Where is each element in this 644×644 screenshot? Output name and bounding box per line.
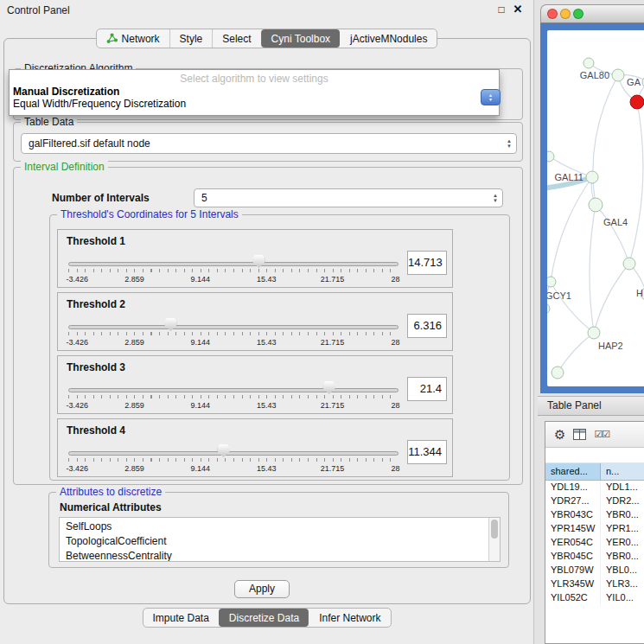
gear-icon[interactable]: ⚙ bbox=[554, 428, 565, 441]
algorithm-option-manual-discretization[interactable]: Manual Discretization bbox=[10, 86, 499, 98]
slider-track[interactable] bbox=[68, 262, 399, 266]
scale-label: 9.144 bbox=[191, 464, 211, 473]
numerical-attributes-label: Numerical Attributes bbox=[60, 501, 162, 513]
threshold-value-field[interactable]: 14.713 bbox=[407, 251, 447, 275]
apply-button[interactable]: Apply bbox=[234, 580, 290, 598]
scrollbar-thumb[interactable] bbox=[491, 520, 498, 539]
tab-impute-data[interactable]: Impute Data bbox=[143, 609, 218, 627]
table-row[interactable]: YBR043CYBR0... bbox=[545, 508, 644, 522]
scale-label: 28 bbox=[391, 401, 399, 410]
threshold-value-field[interactable]: 11.344 bbox=[407, 440, 447, 464]
network-node[interactable] bbox=[547, 151, 554, 162]
attribute-item-betweennesscentrality[interactable]: BetweennessCentrality bbox=[60, 549, 488, 562]
table-cell: YBL079W bbox=[545, 564, 601, 577]
table-row[interactable]: YBR045CYBR0... bbox=[545, 550, 644, 564]
network-edge[interactable] bbox=[629, 102, 643, 264]
tab-network[interactable]: Network bbox=[97, 29, 169, 48]
network-view-window: GAL80GAGAL11GAL4GCY1HHAP2 bbox=[540, 4, 644, 393]
tab-jactivemnodules[interactable]: jActiveMNodules bbox=[340, 29, 437, 48]
threshold-row: Threshold 3 -3.4262.8599.14415.4321.7152… bbox=[57, 355, 453, 414]
column-header-0[interactable]: shared... bbox=[545, 463, 601, 481]
algorithm-dropdown-popup: Select algorithm to view settings Manual… bbox=[9, 69, 500, 116]
scale-label: 21.715 bbox=[321, 464, 345, 473]
network-node[interactable] bbox=[547, 303, 550, 314]
threshold-label: Threshold 4 bbox=[67, 424, 125, 437]
tab-select[interactable]: Select bbox=[212, 29, 260, 48]
network-node-gal4[interactable] bbox=[589, 198, 603, 212]
network-node-selected[interactable] bbox=[630, 95, 644, 109]
algorithm-combo-button[interactable]: ▲ ▼ bbox=[481, 89, 501, 105]
row-selection-icon[interactable]: ☑☑ bbox=[594, 429, 609, 440]
table-panel-titlebar[interactable]: Table Panel bbox=[538, 396, 644, 416]
float-window-button[interactable]: □ bbox=[494, 3, 508, 17]
close-traffic-light[interactable] bbox=[547, 9, 558, 19]
network-node-gal11[interactable] bbox=[586, 171, 598, 183]
threshold-label: Threshold 2 bbox=[67, 298, 125, 310]
threshold-value-field[interactable]: 21.4 bbox=[407, 377, 447, 401]
network-node-hap2[interactable] bbox=[588, 327, 600, 339]
table-row[interactable]: YLR345WYLR3... bbox=[545, 577, 644, 591]
slider-track[interactable] bbox=[68, 451, 399, 456]
node-label: H bbox=[636, 288, 643, 298]
table-row[interactable]: YDR27...YDR2... bbox=[545, 494, 644, 508]
network-node[interactable] bbox=[583, 58, 594, 68]
close-window-button[interactable]: ✕ bbox=[511, 3, 525, 16]
minimize-traffic-light[interactable] bbox=[560, 9, 571, 19]
network-edge[interactable] bbox=[551, 177, 592, 282]
table-row[interactable]: YIL052CYIL0... bbox=[545, 591, 644, 605]
scale-label: -3.426 bbox=[66, 464, 88, 473]
tab-label: Discretize Data bbox=[229, 612, 299, 624]
network-edge[interactable] bbox=[594, 264, 629, 333]
network-edge[interactable] bbox=[590, 205, 596, 333]
network-edge[interactable] bbox=[558, 333, 594, 373]
table-data-select[interactable]: galFiltered.sif default node ▲ ▼ bbox=[21, 133, 517, 154]
number-of-intervals-select[interactable]: 5 ▲ ▼ bbox=[194, 188, 503, 207]
scale-label: 15.43 bbox=[257, 464, 277, 473]
network-window-titlebar[interactable] bbox=[540, 4, 644, 23]
network-canvas[interactable]: GAL80GAGAL11GAL4GCY1HHAP2 bbox=[547, 30, 644, 386]
network-edge[interactable] bbox=[551, 282, 594, 333]
column-header-1[interactable]: n... bbox=[601, 463, 644, 481]
table-cell: YBR045C bbox=[545, 550, 601, 564]
list-scrollbar[interactable] bbox=[488, 518, 500, 561]
scale-label: 28 bbox=[391, 275, 399, 284]
combo-up-arrow-icon: ▲ bbox=[493, 194, 498, 198]
numerical-attributes-list[interactable]: SelfLoopsTopologicalCoefficientBetweenne… bbox=[59, 517, 501, 562]
attribute-item-selfloops[interactable]: SelfLoops bbox=[60, 520, 488, 534]
tab-infer-network[interactable]: Infer Network bbox=[309, 609, 390, 627]
scale-label: 15.43 bbox=[257, 401, 277, 410]
network-canvas-svg: GAL80GAGAL11GAL4GCY1HHAP2 bbox=[547, 30, 644, 386]
table-row[interactable]: YPR145WYPR1... bbox=[545, 522, 644, 536]
slider-track[interactable] bbox=[68, 388, 399, 392]
zoom-traffic-light[interactable] bbox=[573, 9, 583, 19]
algorithm-option-equal-width-frequency-discretization[interactable]: Equal Width/Frequency Discretization bbox=[10, 98, 499, 110]
network-node-gal80[interactable] bbox=[612, 69, 624, 81]
combo-stepper-icon: ▲ ▼ bbox=[504, 139, 516, 149]
threshold-slider[interactable]: -3.4262.8599.14415.4321.71528 bbox=[68, 380, 399, 411]
table-cell: YLR345W bbox=[545, 577, 601, 591]
threshold-slider[interactable]: -3.4262.8599.14415.4321.71528 bbox=[68, 254, 399, 285]
slider-track[interactable] bbox=[68, 325, 399, 329]
threshold-value-field[interactable]: 6.316 bbox=[407, 314, 447, 338]
network-edge[interactable] bbox=[593, 75, 618, 205]
network-node[interactable] bbox=[552, 367, 564, 379]
network-edge[interactable] bbox=[596, 205, 629, 264]
tab-discretize-data[interactable]: Discretize Data bbox=[219, 609, 309, 627]
table-columns-icon[interactable] bbox=[573, 429, 586, 440]
threshold-slider[interactable]: -3.4262.8599.14415.4321.71528 bbox=[68, 317, 399, 348]
tab-cyni-toolbox[interactable]: Cyni Toolbox bbox=[261, 29, 340, 48]
interval-definition-group: Interval Definition Number of Intervals … bbox=[13, 167, 523, 485]
selected-table-value: galFiltered.sif default node bbox=[22, 137, 504, 150]
threshold-slider[interactable]: -3.4262.8599.14415.4321.71528 bbox=[68, 443, 399, 475]
tab-style[interactable]: Style bbox=[169, 29, 213, 48]
table-row[interactable]: YDL19...YDL1... bbox=[545, 481, 644, 494]
scale-label: 21.715 bbox=[321, 338, 345, 347]
table-cell: YIL052C bbox=[545, 591, 601, 605]
network-node[interactable] bbox=[623, 258, 635, 270]
network-node-gcy1[interactable] bbox=[547, 277, 556, 287]
table-cell: YDR2... bbox=[601, 494, 644, 508]
table-row[interactable]: YBL079WYBL0... bbox=[545, 564, 644, 577]
slider-ticks bbox=[68, 458, 399, 462]
attribute-item-topologicalcoefficient[interactable]: TopologicalCoefficient bbox=[60, 534, 488, 549]
table-row[interactable]: YER054CYER0... bbox=[545, 536, 644, 550]
